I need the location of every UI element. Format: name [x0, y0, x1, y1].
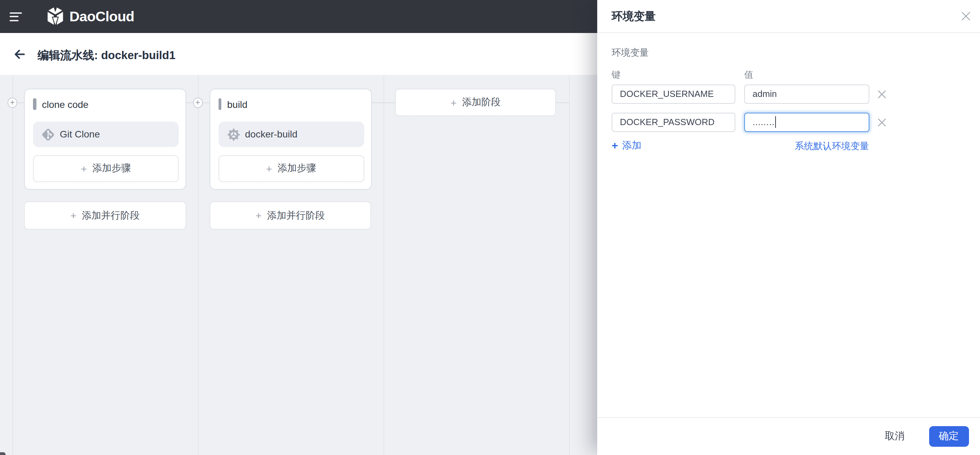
page-header: 编辑流水线: docker-build1 — [0, 33, 597, 75]
env-key-input[interactable]: DOCKER_USERNAME — [612, 85, 735, 104]
add-parallel-stage-button[interactable]: + 添加并行阶段 — [209, 202, 371, 230]
menu-hamburger-icon[interactable] — [10, 12, 22, 22]
plus-icon: + — [70, 211, 76, 221]
add-step-button[interactable]: + 添加步骤 — [218, 155, 364, 182]
confirm-button[interactable]: 确定 — [929, 426, 969, 446]
top-navigation-bar: DaoCloud — [0, 0, 597, 33]
close-icon[interactable] — [961, 11, 971, 21]
plus-icon: + — [612, 140, 618, 151]
step-label: Git Clone — [60, 122, 100, 147]
env-section-label: 环境变量 — [612, 47, 649, 59]
step-item-git-clone[interactable]: Git Clone — [33, 122, 179, 147]
plus-icon: + — [266, 164, 272, 174]
stage-card-build[interactable]: build — [209, 89, 371, 190]
column-divider — [198, 75, 199, 455]
delete-row-icon[interactable] — [878, 118, 886, 126]
add-stage-button[interactable]: + 添加阶段 — [395, 89, 556, 116]
env-key-input[interactable]: DOCKER_PASSWORD — [612, 112, 735, 132]
env-value-input-focused[interactable]: ........ — [744, 112, 869, 132]
column-divider — [383, 75, 384, 455]
stage-name: build — [227, 99, 247, 110]
step-item-docker-build[interactable]: docker-build — [218, 122, 364, 147]
cancel-button[interactable]: 取消 — [874, 426, 915, 446]
gear-icon — [226, 127, 240, 141]
add-env-var-link[interactable]: +添加 — [612, 139, 641, 151]
insert-stage-between-icon[interactable]: + — [193, 98, 203, 108]
column-divider — [13, 75, 13, 455]
stage-drag-handle[interactable] — [33, 98, 36, 110]
insert-stage-before-icon[interactable]: + — [8, 98, 18, 108]
drawer-titlebar: 环境变量 — [597, 0, 980, 33]
stage-drag-handle[interactable] — [218, 98, 221, 110]
stage-card-clone-code[interactable]: clone code Git Clone + 添加步骤 — [24, 89, 186, 190]
brand-name: DaoCloud — [69, 0, 134, 33]
add-parallel-stage-button[interactable]: + 添加并行阶段 — [24, 202, 186, 230]
plus-icon: + — [256, 211, 262, 221]
text-caret — [775, 116, 776, 127]
value-column-label: 值 — [744, 69, 753, 81]
footer-divider — [597, 417, 980, 418]
page-title: 编辑流水线: docker-build1 — [37, 48, 176, 63]
key-column-label: 键 — [612, 69, 620, 81]
scrollbar-corner — [0, 452, 5, 455]
app-root: DaoCloud 编辑流水线: docker-build1 + + clone … — [0, 0, 980, 455]
plus-icon: + — [450, 97, 457, 108]
system-default-env-link[interactable]: 系统默认环境变量 — [795, 140, 869, 153]
back-arrow-icon[interactable] — [14, 49, 25, 59]
drawer-title: 环境变量 — [612, 0, 655, 32]
plus-icon: + — [81, 164, 87, 174]
add-step-button[interactable]: + 添加步骤 — [33, 155, 179, 182]
env-variables-drawer: 环境变量 环境变量 键 值 DOCKER_USERNAME admin DOCK… — [597, 0, 980, 455]
pipeline-canvas: + + clone code Git Clone + 添加步骤 — [0, 75, 597, 455]
step-label: docker-build — [245, 122, 298, 147]
stage-name: clone code — [42, 99, 88, 110]
env-value-input[interactable]: admin — [744, 85, 869, 104]
daocloud-logo-icon — [46, 6, 65, 27]
delete-row-icon[interactable] — [878, 90, 886, 99]
column-divider — [569, 75, 570, 455]
git-icon — [41, 127, 55, 141]
